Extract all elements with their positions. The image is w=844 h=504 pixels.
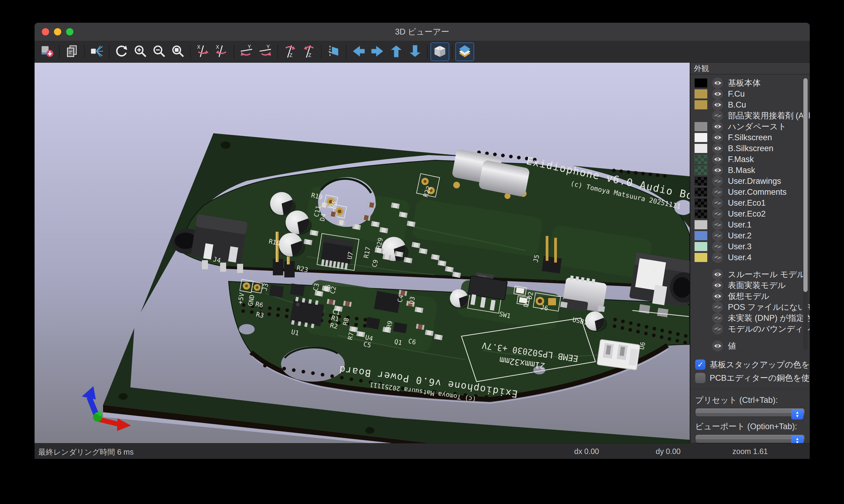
combobox-stepper-icon[interactable]: ▲▼ (791, 409, 803, 419)
visibility-on-icon[interactable] (712, 143, 723, 154)
layer-color-swatch[interactable] (694, 133, 707, 142)
visibility-off-icon[interactable] (712, 209, 723, 219)
layer-color-swatch[interactable] (694, 220, 707, 229)
layer-row[interactable]: F.Silkscreen (690, 132, 810, 143)
visibility-on-icon[interactable] (712, 88, 723, 100)
rotate-z-cw-button[interactable]: Z (281, 42, 299, 61)
layer-row[interactable]: User.Drawings (690, 176, 810, 186)
preset-combobox[interactable]: ▲▼ (695, 408, 805, 417)
checkbox-row[interactable]: PCBエディターの銅色を使用 (690, 371, 810, 385)
visibility-on-icon[interactable] (712, 154, 723, 165)
layer-row[interactable]: F.Mask (690, 154, 810, 165)
flip-board-button[interactable] (324, 42, 343, 61)
zoom-in-button[interactable] (131, 42, 150, 61)
checkbox-checked[interactable]: ✓ (695, 360, 705, 370)
visibility-off-icon[interactable] (712, 302, 723, 312)
pan-left-button[interactable] (349, 42, 368, 61)
layer-row[interactable]: User.4 (690, 252, 810, 263)
checkbox-row[interactable]: ✓基板スタックアップの色を使用 (690, 358, 810, 371)
layer-color-swatch[interactable] (694, 253, 707, 262)
layer-list[interactable]: 基板本体F.CuB.Cu部品実装用接着剤 (AdheハンダペーストF.Silks… (690, 74, 810, 356)
layer-color-swatch[interactable] (694, 78, 707, 88)
visibility-off-icon[interactable] (712, 186, 723, 197)
model-row[interactable]: 表面実装モデル (690, 280, 810, 291)
zoom-out-button[interactable] (150, 42, 169, 61)
model-row[interactable]: POS ファイルにないモデ (690, 302, 810, 312)
rotate-x-ccw-button[interactable]: X (212, 42, 231, 61)
layer-color-swatch[interactable] (694, 242, 707, 251)
zoom-fit-button[interactable] (169, 42, 187, 61)
visibility-off-icon[interactable] (712, 241, 723, 252)
layer-row[interactable]: User.3 (690, 241, 810, 252)
rotate-z-ccw-button[interactable]: Z (299, 42, 318, 61)
layer-color-swatch[interactable] (694, 209, 707, 218)
layer-color-swatch[interactable] (694, 198, 707, 208)
visibility-off-icon[interactable] (712, 176, 723, 186)
title-bar[interactable]: 3D ビューアー (35, 23, 810, 41)
layer-row[interactable]: F.Cu (690, 88, 810, 100)
visibility-off-icon[interactable] (712, 230, 723, 241)
layer-row[interactable]: B.Cu (690, 100, 810, 110)
layer-color-swatch[interactable] (694, 155, 707, 164)
orthographic-projection-toggle[interactable] (430, 42, 449, 61)
visibility-on-icon[interactable] (712, 291, 723, 302)
visibility-on-icon[interactable] (712, 165, 723, 176)
visibility-on-icon[interactable] (712, 121, 723, 132)
layer-row[interactable]: User.Comments (690, 186, 810, 197)
layer-row[interactable]: User.2 (690, 230, 810, 241)
model-row[interactable]: 値 (690, 340, 810, 352)
combobox-stepper-icon[interactable]: ▲▼ (791, 435, 803, 443)
layer-row[interactable]: User.1 (690, 219, 810, 230)
visibility-on-icon[interactable] (712, 132, 723, 143)
layer-color-swatch[interactable] (694, 177, 707, 186)
layer-list-scrollbar[interactable] (803, 77, 808, 350)
visibility-on-icon[interactable] (712, 280, 723, 291)
visibility-off-icon[interactable] (712, 323, 723, 335)
visibility-off-icon[interactable] (712, 197, 723, 209)
visibility-on-icon[interactable] (712, 269, 723, 280)
rotate-y-cw-button[interactable]: Y (237, 42, 256, 61)
3d-viewport[interactable]: Exidiophone v6.0 Audio Board(c) Tomoya M… (35, 63, 690, 443)
layer-row[interactable]: B.Silkscreen (690, 143, 810, 154)
pan-right-button[interactable] (368, 42, 387, 61)
copy-image-button[interactable] (63, 42, 81, 61)
rotate-y-ccw-icon: Y (258, 44, 272, 59)
visibility-off-icon[interactable] (712, 252, 723, 263)
layer-color-swatch[interactable] (694, 89, 707, 98)
layer-color-swatch[interactable] (694, 187, 707, 197)
visibility-on-icon[interactable] (712, 340, 723, 352)
layer-row[interactable]: 基板本体 (690, 77, 810, 88)
visibility-off-icon[interactable] (712, 219, 723, 230)
layer-row[interactable]: 部品実装用接着剤 (Adhe (690, 110, 810, 121)
export-3d-image-button[interactable] (38, 42, 56, 61)
pan-down-button[interactable] (406, 42, 425, 61)
scrollbar-thumb[interactable] (803, 78, 808, 292)
viewport-combobox[interactable]: ▲▼ (695, 434, 805, 443)
layer-color-swatch[interactable] (694, 144, 707, 153)
pan-up-button[interactable] (387, 42, 406, 61)
rotate-y-ccw-button[interactable]: Y (256, 42, 275, 61)
visibility-on-icon[interactable] (712, 77, 723, 88)
raytracing-render-button[interactable] (87, 42, 106, 61)
model-row[interactable]: モデルのバウンディング (690, 323, 810, 335)
model-row[interactable]: 未実装 (DNP) が指定され (690, 312, 810, 323)
layer-row[interactable]: ハンダペースト (690, 121, 810, 132)
layer-color-swatch[interactable] (694, 231, 707, 240)
rotate-x-cw-button[interactable]: X (193, 42, 212, 61)
layer-color-swatch[interactable] (694, 166, 707, 175)
appearance-panel-toggle[interactable] (455, 42, 474, 61)
visibility-off-icon[interactable] (712, 110, 723, 121)
layer-color-swatch[interactable] (694, 100, 707, 109)
layer-color-swatch[interactable] (694, 122, 707, 131)
visibility-on-icon[interactable] (712, 100, 723, 110)
layer-row[interactable]: User.Eco1 (690, 197, 810, 209)
layer-row[interactable]: B.Mask (690, 165, 810, 176)
checkbox-unchecked[interactable] (695, 373, 705, 383)
pcb-3d-render: Exidiophone v6.0 Audio Board(c) Tomoya M… (35, 63, 690, 443)
layer-row[interactable]: User.Eco2 (690, 209, 810, 219)
layer-label: B.Silkscreen (728, 144, 773, 153)
redraw-button[interactable] (112, 42, 131, 61)
visibility-off-icon[interactable] (712, 312, 723, 323)
model-row[interactable]: 仮想モデル (690, 291, 810, 302)
model-row[interactable]: スルーホール モデル (690, 269, 810, 280)
